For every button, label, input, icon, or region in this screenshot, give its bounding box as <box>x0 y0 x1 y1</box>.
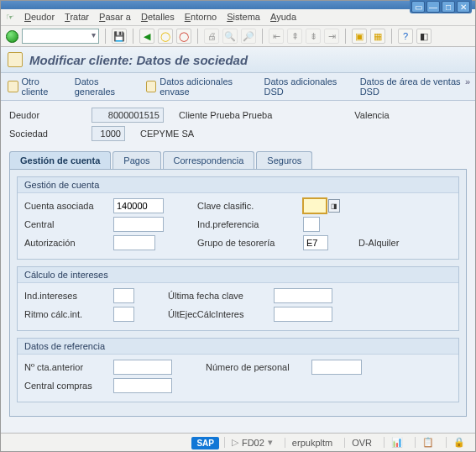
menu-bar: ☞ DDeudoreudor Tratar Pasar a Detalles E… <box>1 9 475 26</box>
save-icon[interactable]: 💾 <box>112 29 127 44</box>
field-sociedad: 1000 <box>92 126 125 141</box>
input-ncta-anterior[interactable] <box>113 360 172 375</box>
status-tcode[interactable]: ▷FD02▾ <box>224 437 280 448</box>
group-gestion-cuenta: Gestión de cuenta Cuenta asociada Centra… <box>17 176 459 260</box>
field-deudor: 8000001515 <box>92 108 164 123</box>
btn-area-ventas-dsd[interactable]: Datos de área de ventas DSD <box>360 76 468 97</box>
btn-datos-envase-label: Datos adicionales envase <box>160 76 252 97</box>
btn-otro-cliente-label: Otro cliente <box>22 76 63 97</box>
find-next-icon: 🔎 <box>241 29 256 44</box>
sap-logo: SAP <box>191 437 219 449</box>
text-sociedad-name: CEPYME SA <box>140 129 194 139</box>
input-ind-preferencia[interactable] <box>303 217 320 232</box>
window-titlebar: ▭ — □ ✕ <box>1 1 475 9</box>
page-title-icon <box>8 52 23 67</box>
menu-entorno[interactable]: Entorno <box>185 12 217 23</box>
menu-ayuda[interactable]: Ayuda <box>270 12 296 23</box>
text-deudor-name: Cliente Prueba Prueba <box>179 110 272 120</box>
page-title-bar: Modificar cliente: Datos de sociedad <box>1 47 475 73</box>
page-title: Modificar cliente: Datos de sociedad <box>29 53 248 67</box>
label-ritmo-calc: Ritmo cálc.int. <box>24 309 108 319</box>
status-lock-icon[interactable]: 🔒 <box>446 437 472 448</box>
last-page-icon: ⇥ <box>324 29 339 44</box>
label-ind-intereses: Ind.intereses <box>24 291 108 301</box>
input-autorizacion[interactable] <box>113 235 155 250</box>
tab-pagos[interactable]: Pagos <box>112 151 160 169</box>
label-grupo-tesoreria: Grupo de tesorería <box>197 238 298 248</box>
input-central[interactable] <box>113 217 164 232</box>
content-area: Deudor 8000001515 Cliente Prueba Prueba … <box>1 101 475 433</box>
menu-icon[interactable]: ☞ <box>6 12 14 23</box>
user-icon <box>8 81 18 92</box>
menu-sistema[interactable]: Sistema <box>227 12 260 23</box>
menu-deudor[interactable]: DDeudoreudor <box>24 12 55 23</box>
tabstrip: Gestión de cuenta Pagos Correspondencia … <box>9 151 467 170</box>
first-page-icon: ⇤ <box>269 29 284 44</box>
menu-tratar[interactable]: Tratar <box>65 12 89 23</box>
input-clave-clasific[interactable] <box>303 198 327 213</box>
group-calculo-intereses: Cálculo de intereses Ind.intereses Ritmo… <box>17 266 459 331</box>
label-deudor: Deudor <box>9 110 85 120</box>
tab-gestion-cuenta[interactable]: Gestión de cuenta <box>9 151 111 169</box>
status-mode: OVR <box>344 438 379 448</box>
next-page-icon: ⇟ <box>306 29 321 44</box>
application-toolbar: Otro cliente Datos generales Datos adici… <box>1 73 475 101</box>
label-central: Central <box>24 219 108 229</box>
input-ult-ejec[interactable] <box>274 307 332 322</box>
btn-datos-generales-label: Datos generales <box>75 76 134 97</box>
shortcut-icon[interactable]: ▦ <box>370 29 385 44</box>
group-datos-referencia: Datos de referencia Nº cta.anterior Cent… <box>17 338 459 402</box>
input-ritmo-calc[interactable] <box>113 307 134 322</box>
status-bar: SAP ▷FD02▾ erpukpltm OVR 📊 📋 🔒 <box>1 433 475 451</box>
layout-icon[interactable]: ◧ <box>416 29 432 44</box>
find-icon: 🔍 <box>222 29 238 44</box>
maximize-button[interactable]: □ <box>442 1 455 13</box>
exit-icon[interactable]: ◯ <box>158 29 173 44</box>
cancel-icon[interactable]: ◯ <box>176 29 191 44</box>
menu-detalles[interactable]: Detalles <box>141 12 175 23</box>
label-ult-ejec: ÚltEjecCálcInteres <box>168 309 269 319</box>
standard-toolbar: 💾 ◀ ◯ ◯ 🖨 🔍 🔎 ⇤ ⇞ ⇟ ⇥ ▣ ▦ ? ◧ <box>1 26 475 47</box>
label-ncta-anterior: Nº cta.anterior <box>24 362 108 372</box>
btn-datos-generales[interactable]: Datos generales <box>75 76 134 97</box>
f4-help-icon[interactable]: ◨ <box>328 199 340 213</box>
tab-panel: Gestión de cuenta Cuenta asociada Centra… <box>9 170 467 417</box>
btn-datos-envase[interactable]: Datos adicionales envase <box>146 76 253 97</box>
print-icon: 🖨 <box>204 29 219 44</box>
input-numero-personal[interactable] <box>311 360 362 375</box>
command-field[interactable] <box>22 29 99 44</box>
tab-seguros[interactable]: Seguros <box>256 151 312 169</box>
btn-datos-dsd[interactable]: Datos adicionales DSD <box>264 76 348 97</box>
text-deudor-city: Valencia <box>354 110 389 120</box>
menu-pasar[interactable]: Pasar a <box>99 12 131 23</box>
btn-area-ventas-dsd-label: Datos de área de ventas DSD <box>360 76 468 97</box>
btn-datos-dsd-label: Datos adicionales DSD <box>264 76 348 97</box>
text-grupo-tesoreria: D-Alquiler <box>358 238 399 248</box>
doc-icon <box>146 81 157 92</box>
input-ind-intereses[interactable] <box>113 288 134 303</box>
close-button[interactable]: ✕ <box>457 1 470 13</box>
label-clave-clasific: Clave clasific. <box>197 201 298 211</box>
btn-otro-cliente[interactable]: Otro cliente <box>8 76 63 97</box>
input-central-compras[interactable] <box>113 378 172 393</box>
input-ultima-fecha[interactable] <box>274 288 332 303</box>
minimize-button[interactable]: — <box>426 1 440 13</box>
help-icon[interactable]: ? <box>398 29 413 44</box>
window-menu-button[interactable]: ▭ <box>411 1 425 13</box>
new-session-icon[interactable]: ▣ <box>352 29 367 44</box>
tab-correspondencia[interactable]: Correspondencia <box>163 151 255 169</box>
input-grupo-tesoreria[interactable] <box>303 235 328 250</box>
label-ind-preferencia: Ind.preferencia <box>197 219 298 229</box>
input-cuenta-asociada[interactable] <box>113 198 164 213</box>
group-title-gestion: Gestión de cuenta <box>18 177 458 193</box>
status-system[interactable]: erpukpltm <box>285 438 339 448</box>
status-icon-2[interactable]: 📋 <box>415 437 441 448</box>
label-cuenta-asociada: Cuenta asociada <box>24 201 108 211</box>
group-title-referencia: Datos de referencia <box>18 339 458 355</box>
label-ultima-fecha: Última fecha clave <box>168 291 269 301</box>
more-tools-icon[interactable]: » <box>465 76 470 87</box>
back-icon[interactable]: ◀ <box>139 29 154 44</box>
status-icon-1[interactable]: 📊 <box>384 437 410 448</box>
enter-button[interactable] <box>6 30 18 43</box>
group-title-intereses: Cálculo de intereses <box>18 267 458 283</box>
